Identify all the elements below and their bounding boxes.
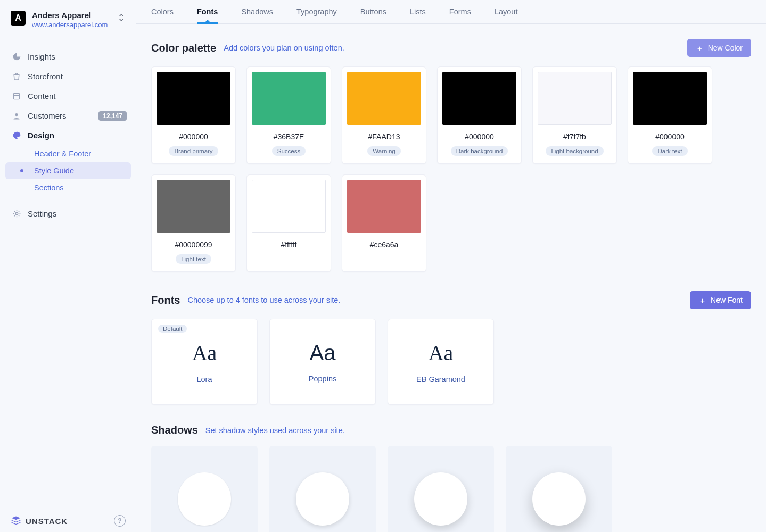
- color-card[interactable]: #f7f7fbLight background: [532, 66, 617, 164]
- color-tag: Light text: [176, 254, 211, 264]
- color-hex: #000000: [633, 132, 707, 141]
- font-sample: Aa: [192, 340, 217, 365]
- main: Colors Fonts Shadows Typography Buttons …: [136, 0, 766, 532]
- color-swatch: [442, 72, 516, 125]
- color-swatch: [252, 180, 326, 233]
- sidebar: A Anders Apparel www.andersapparel.com I…: [0, 0, 136, 532]
- color-swatch: [347, 180, 421, 233]
- brand-name: UNSTACK: [26, 517, 68, 526]
- nav-storefront[interactable]: Storefront: [0, 66, 136, 86]
- new-font-button[interactable]: ＋ New Font: [690, 291, 751, 309]
- shadow-preview: [296, 472, 349, 526]
- color-swatch: [252, 72, 326, 125]
- color-hex: #ce6a6a: [347, 240, 421, 249]
- shadows-title: Shadows: [151, 424, 198, 436]
- svg-rect-0: [13, 93, 19, 99]
- color-tag: Success: [272, 146, 306, 156]
- stack-icon: [11, 516, 21, 527]
- plus-icon: ＋: [698, 296, 706, 304]
- new-color-button[interactable]: ＋ New Color: [687, 39, 751, 57]
- color-card[interactable]: #000000Brand primary: [151, 66, 236, 164]
- color-card[interactable]: #FAAD13Warning: [342, 66, 426, 164]
- color-tag: Warning: [367, 146, 400, 156]
- shadow-preview: [532, 472, 586, 526]
- button-label: New Color: [708, 44, 743, 52]
- subnav-sections[interactable]: Sections: [5, 179, 131, 196]
- color-tag: Dark text: [652, 146, 687, 156]
- subnav-style-guide[interactable]: Style Guide: [5, 162, 131, 179]
- shadow-card[interactable]: [388, 446, 494, 532]
- nav-content[interactable]: Content: [0, 86, 136, 106]
- tab-fonts[interactable]: Fonts: [197, 7, 218, 23]
- font-card[interactable]: AaPoppins: [269, 319, 376, 405]
- fonts-sub: Choose up to 4 fonts to use across your …: [187, 296, 340, 304]
- color-card[interactable]: #ffffff: [246, 174, 331, 272]
- color-swatch: [538, 72, 612, 125]
- pie-icon: [11, 52, 22, 61]
- color-card[interactable]: #ce6a6a: [342, 174, 426, 272]
- shadow-preview: [178, 472, 231, 526]
- font-name: Lora: [196, 375, 212, 384]
- tab-colors[interactable]: Colors: [151, 7, 174, 23]
- primary-nav: Insights Storefront Content Customers 12…: [0, 38, 136, 223]
- color-swatch: [633, 72, 707, 125]
- content-scroll: Color palette Add colors you plan on usi…: [136, 24, 766, 532]
- brand-logo[interactable]: UNSTACK: [11, 516, 68, 527]
- color-tag: Brand primary: [169, 146, 218, 156]
- plus-icon: ＋: [696, 44, 704, 52]
- site-name: Anders Apparel: [32, 11, 108, 20]
- tab-forms[interactable]: Forms: [449, 7, 471, 23]
- fonts-title: Fonts: [151, 294, 180, 306]
- content-icon: [11, 92, 22, 101]
- svg-point-2: [15, 212, 18, 214]
- palette-icon: [11, 131, 22, 140]
- default-tag: Default: [158, 325, 187, 333]
- color-swatch: [347, 72, 421, 125]
- color-swatch: [157, 180, 230, 233]
- tab-buttons[interactable]: Buttons: [360, 7, 386, 23]
- color-card[interactable]: #000000Dark text: [628, 66, 712, 164]
- site-url: www.andersapparel.com: [32, 21, 108, 29]
- color-grid: #000000Brand primary#36B37ESuccess#FAAD1…: [151, 66, 751, 272]
- nav-label: Customers: [28, 111, 67, 120]
- font-grid: DefaultAaLoraAaPoppinsAaEB Garamond: [151, 319, 751, 405]
- font-card[interactable]: DefaultAaLora: [151, 319, 258, 405]
- shadow-grid: [151, 446, 751, 532]
- tab-layout[interactable]: Layout: [495, 7, 518, 23]
- font-card[interactable]: AaEB Garamond: [388, 319, 494, 405]
- shadow-card[interactable]: [151, 446, 258, 532]
- button-label: New Font: [711, 296, 743, 304]
- nav-insights[interactable]: Insights: [0, 47, 136, 66]
- nav-label: Content: [28, 92, 56, 101]
- nav-settings[interactable]: Settings: [0, 204, 136, 223]
- shadow-card[interactable]: [269, 446, 376, 532]
- nav-customers[interactable]: Customers 12,147: [0, 106, 136, 126]
- tab-lists[interactable]: Lists: [410, 7, 426, 23]
- nav-design[interactable]: Design: [0, 126, 136, 145]
- color-card[interactable]: #36B37ESuccess: [246, 66, 331, 164]
- shadow-card[interactable]: [506, 446, 612, 532]
- color-card[interactable]: #000000Dark background: [437, 66, 522, 164]
- fonts-section-head: Fonts Choose up to 4 fonts to use across…: [151, 291, 751, 309]
- color-card[interactable]: #00000099Light text: [151, 174, 236, 272]
- color-swatch: [157, 72, 230, 125]
- color-hex: #000000: [157, 132, 230, 141]
- color-hex: #FAAD13: [347, 132, 421, 141]
- shadows-section-head: Shadows Set shadow styles used across yo…: [151, 424, 751, 436]
- site-switcher[interactable]: A Anders Apparel www.andersapparel.com: [0, 11, 136, 38]
- colors-title: Color palette: [151, 42, 216, 54]
- chevron-up-down-icon: [118, 13, 125, 24]
- site-logo: A: [11, 11, 26, 26]
- help-icon[interactable]: ?: [114, 515, 126, 527]
- bag-icon: [11, 72, 22, 81]
- subnav-header-footer[interactable]: Header & Footer: [5, 145, 131, 162]
- tab-shadows[interactable]: Shadows: [241, 7, 273, 23]
- shadow-preview: [414, 472, 467, 526]
- font-name: Poppins: [309, 375, 336, 383]
- nav-label: Settings: [28, 209, 56, 218]
- font-sample: Aa: [310, 341, 336, 365]
- tab-typography[interactable]: Typography: [296, 7, 337, 23]
- color-hex: #f7f7fb: [538, 132, 612, 141]
- nav-label: Insights: [28, 52, 55, 61]
- svg-point-1: [15, 113, 18, 116]
